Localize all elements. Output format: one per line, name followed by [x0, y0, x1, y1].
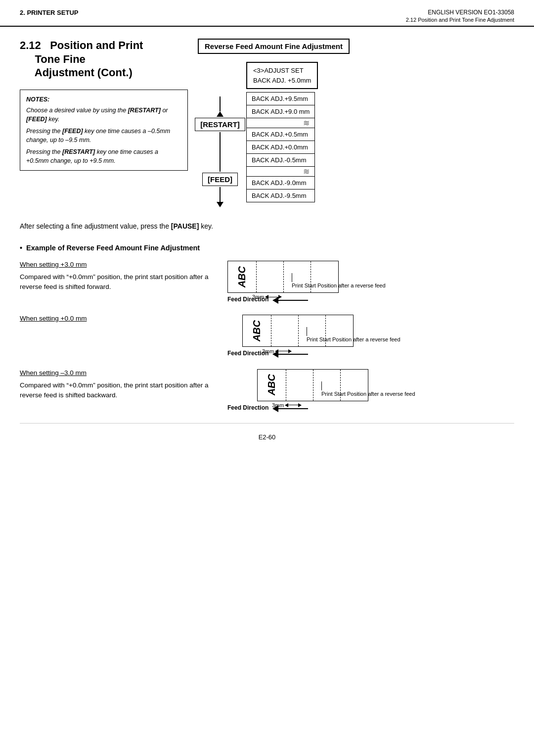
abc-cell-1: ABC [228, 261, 257, 292]
annotation-1: Print Start Position after a reverse fee… [292, 273, 386, 289]
title-line3: Adjustment (Cont.) [35, 66, 133, 79]
feed-key-label: [FEED] [202, 173, 238, 186]
menu-item-1: BACK ADJ.+9.5mm [247, 93, 314, 105]
example-block-3: When setting –3.0 mm Compared with “+0.0… [20, 369, 514, 408]
abc-cell-2: ABC [243, 315, 271, 346]
page: 2. PRINTER SETUP ENGLISH VERSION EO1-330… [0, 0, 534, 756]
notes-line3-prefix: Pressing the [26, 148, 62, 155]
notes-feed-key: [FEED] [26, 116, 47, 123]
after-selecting-suffix: key. [199, 222, 213, 230]
version-text: ENGLISH VERSION EO1-33058 [406, 9, 514, 16]
arrow-line-1 [278, 300, 308, 301]
label-diagram-3: ABC Feed Direction [227, 369, 514, 408]
label-diagram-2: ABC Feed Direction [227, 315, 514, 354]
squiggle-1: ≋ [247, 118, 314, 128]
menu-item-5: BACK ADJ.-0.5mm [247, 154, 314, 167]
setting-1: When setting +3.0 mm [20, 261, 218, 268]
example-left-2: When setting +0.0 mm [20, 315, 227, 326]
menu-item-3: BACK ADJ.+0.5mm [247, 128, 314, 141]
notes-line2-prefix: Pressing the [26, 128, 62, 135]
feed-direction-label-3: Feed Direction [227, 404, 268, 411]
diagram-title: Reverse Feed Amount Fine Adjustment [198, 39, 350, 54]
notes-text1: Choose a desired value by using the [RES… [26, 106, 181, 124]
notes-text3: Pressing the [RESTART] key one time caus… [26, 147, 181, 165]
dist-line-2 [278, 351, 288, 351]
annotation-text-3: Print Start Position after a reverse fee… [321, 390, 415, 397]
top-menu-box: <3>ADJUST SET BACK ADJ. +5.0mm [246, 62, 318, 89]
notes-title: NOTES: [26, 95, 181, 104]
distance-text-3: 3mm [272, 402, 284, 408]
abc-text-3: ABC [266, 374, 277, 395]
pause-key: [PAUSE] [171, 222, 199, 230]
title-line1: Position and Print [50, 39, 143, 51]
notes-feed-key2: [FEED] [62, 128, 83, 135]
empty-cell-2a [271, 315, 299, 346]
desc-1: Compared with “+0.0mm” position, the pri… [20, 272, 218, 292]
after-selecting-prefix: After selecting a fine adjustment value,… [20, 222, 171, 230]
empty-cell-3a [286, 370, 313, 401]
notes-restart-key2: [RESTART] [62, 148, 95, 155]
menu-item-6: BACK ADJ.-9.0mm [247, 176, 314, 189]
empty-cell-1a [257, 261, 284, 292]
subtitle-text: 2.12 Position and Print Tone Fine Adjust… [406, 17, 514, 23]
after-selecting: After selecting a fine adjustment value,… [20, 222, 514, 230]
bullet-icon: • [20, 244, 22, 252]
distance-1: 3mm [252, 294, 282, 300]
menu-item-2: BACK ADJ.+9.0 mm [247, 105, 314, 118]
header-right: ENGLISH VERSION EO1-33058 2.12 Position … [406, 9, 514, 23]
flow-diagram: [RESTART] [FEED] [198, 62, 514, 207]
example-left-3: When setting –3.0 mm Compared with “+0.0… [20, 369, 227, 401]
example-left-1: When setting +3.0 mm Compared with “+0.0… [20, 261, 227, 292]
footer: E2-60 [20, 423, 514, 446]
abc-text-1: ABC [236, 266, 248, 287]
top-section: 2.12 Position and Print Tone Fine Adjust… [20, 39, 514, 207]
header: 2. PRINTER SETUP ENGLISH VERSION EO1-330… [0, 0, 534, 27]
abc-text-2: ABC [251, 320, 263, 341]
distance-2: 3mm [262, 348, 292, 354]
menu-item-4: BACK ADJ.+0.0mm [247, 141, 314, 154]
top-menu-line2: BACK ADJ. +5.0mm [253, 77, 311, 84]
notes-restart-key: [RESTART] [128, 107, 161, 114]
section-title: 2.12 Position and Print Tone Fine Adjust… [20, 39, 188, 80]
menu-item-7: BACK ADJ.-9.5mm [247, 189, 314, 202]
left-panel: 2.12 Position and Print Tone Fine Adjust… [20, 39, 188, 171]
header-left: 2. PRINTER SETUP [20, 9, 78, 16]
restart-key-label: [RESTART] [195, 118, 245, 131]
dist-line-3 [288, 405, 298, 405]
notes-text2: Pressing the [FEED] key one time causes … [26, 127, 181, 144]
section-number: 2.12 [20, 39, 41, 51]
dist-arrow-right-1 [278, 295, 282, 299]
distance-text-1: 3mm [252, 294, 264, 300]
title-line2: Tone Fine [35, 53, 86, 65]
annotation-text-2: Print Start Position after a reverse fee… [307, 336, 400, 343]
dist-arrow-left-1 [265, 295, 268, 299]
example-title-text: Example of Reverse Feed Amount Fine Adju… [26, 244, 200, 252]
notes-line1: Choose a desired value by using the [26, 107, 126, 114]
annotation-3: Print Start Position after a reverse fee… [321, 381, 415, 397]
keys-column: [RESTART] [FEED] [198, 62, 242, 207]
setting-3: When setting –3.0 mm [20, 369, 218, 377]
main-content: 2.12 Position and Print Tone Fine Adjust… [0, 27, 534, 458]
squiggle-2: ≋ [247, 167, 314, 176]
example-title: • Example of Reverse Feed Amount Fine Ad… [20, 244, 514, 252]
menu-column: <3>ADJUST SET BACK ADJ. +5.0mm BACK ADJ.… [246, 62, 318, 202]
dist-arrow-right-2 [288, 349, 292, 353]
notes-or: or [161, 107, 168, 114]
setting-2: When setting +0.0 mm [20, 315, 218, 322]
menu-list: BACK ADJ.+9.5mm BACK ADJ.+9.0 mm ≋ BACK … [246, 92, 315, 202]
arrow-line-3 [278, 408, 308, 409]
example-block-1: When setting +3.0 mm Compared with “+0.0… [20, 261, 514, 300]
dist-arrow-right-3 [298, 403, 302, 407]
annotation-text-1: Print Start Position after a reverse fee… [292, 282, 386, 289]
page-number: E2-60 [259, 433, 276, 441]
annotation-2: Print Start Position after a reverse fee… [307, 327, 400, 343]
dist-arrow-left-3 [285, 403, 288, 407]
dist-arrow-left-2 [275, 349, 278, 353]
right-panel: Reverse Feed Amount Fine Adjustment [RES… [188, 39, 514, 207]
dist-line-1 [268, 297, 278, 297]
distance-text-2: 3mm [262, 348, 274, 354]
distance-3: 3mm [272, 402, 302, 408]
example-section: • Example of Reverse Feed Amount Fine Ad… [20, 244, 514, 408]
desc-3: Compared with “+0.0mm” position, the pri… [20, 380, 218, 401]
notes-box: NOTES: Choose a desired value by using t… [20, 90, 188, 171]
